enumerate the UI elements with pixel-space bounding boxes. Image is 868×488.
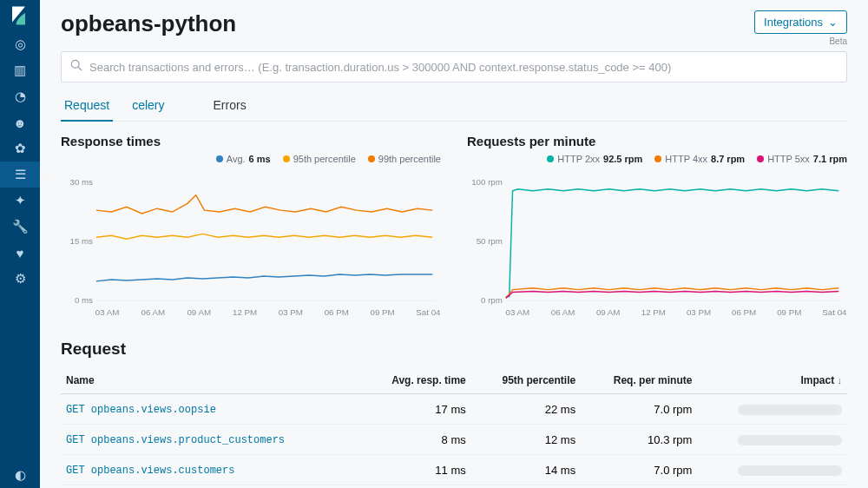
cell-avg: 17 ms	[360, 394, 471, 425]
svg-text:0 ms: 0 ms	[75, 295, 93, 305]
sidebar-item-collapse[interactable]: ◐	[0, 462, 40, 488]
chart-title: Requests per minute	[467, 134, 847, 148]
search-bar[interactable]	[61, 51, 847, 82]
bar-chart-icon: ▥	[14, 63, 26, 78]
sidebar: ◎ ▥ ◔ ☻ ✿ ☰ ✦ 🔧 ♥ ⚙ ◐	[0, 0, 40, 488]
th-p95[interactable]: 95th percentile	[471, 367, 581, 394]
transaction-link[interactable]: GET opbeans.views.customers	[66, 465, 234, 477]
tab-celery[interactable]: celery	[128, 91, 168, 121]
cell-rpm: 7.0 rpm	[581, 455, 697, 485]
section-title: Request	[61, 340, 847, 359]
sidebar-item-devtools[interactable]: ✿	[0, 135, 40, 162]
cell-impact	[697, 425, 847, 455]
pie-icon: ◔	[15, 89, 26, 104]
legend-item[interactable]: HTTP 4xx 8.7 rpm	[654, 154, 745, 164]
cell-rpm: 10.3 rpm	[581, 425, 697, 455]
chart-rpm: Requests per minute HTTP 2xx 92.5 rpm HT…	[467, 134, 847, 324]
search-icon	[70, 59, 82, 75]
svg-text:06 PM: 06 PM	[732, 307, 756, 317]
lines-icon: ☰	[15, 167, 26, 182]
cell-impact	[697, 455, 847, 485]
svg-text:30 ms: 30 ms	[70, 177, 94, 187]
svg-text:Sat 04: Sat 04	[416, 307, 441, 317]
integrations-button[interactable]: Integrations ⌄	[754, 10, 847, 34]
kibana-logo[interactable]	[0, 0, 40, 31]
integrations-label: Integrations	[764, 16, 823, 29]
sidebar-item-apm[interactable]: ☰	[0, 162, 40, 188]
svg-text:03 PM: 03 PM	[687, 307, 711, 317]
sidebar-item-management[interactable]: 🔧	[0, 214, 40, 240]
response-times-chart: 30 ms 15 ms 0 ms 03 AM06 AM09 AM12 PM03 …	[61, 168, 441, 324]
tab-errors[interactable]: Errors	[210, 91, 250, 121]
svg-text:06 AM: 06 AM	[551, 307, 575, 317]
sidebar-item-dashboard[interactable]: ◔	[0, 83, 40, 109]
cell-p95: 12 ms	[471, 425, 581, 455]
cell-rpm: 7.0 rpm	[581, 394, 697, 425]
svg-line-1	[78, 67, 82, 70]
th-rpm[interactable]: Req. per minute	[581, 367, 697, 394]
legend-dot-icon	[368, 155, 375, 162]
page-title: opbeans-python	[61, 10, 236, 37]
transaction-link[interactable]: GET opbeans.views.product_customers	[66, 434, 285, 446]
main-content: opbeans-python Integrations ⌄ Beta Reque…	[40, 0, 868, 488]
table-row: GET opbeans.views.oopsie 17 ms 22 ms 7.0…	[61, 394, 847, 425]
svg-text:50 rpm: 50 rpm	[477, 236, 503, 246]
cell-avg: 8 ms	[360, 425, 471, 455]
transaction-link[interactable]: GET opbeans.views.oopsie	[66, 404, 216, 416]
transactions-table: Name Avg. resp. time 95th percentile Req…	[61, 367, 847, 488]
sidebar-item-settings[interactable]: ⚙	[0, 266, 40, 292]
sidebar-item-discover[interactable]: ◎	[0, 31, 40, 57]
cell-rpm: 6.9 rpm	[581, 485, 697, 489]
legend-item[interactable]: HTTP 5xx 7.1 rpm	[757, 154, 847, 164]
search-input[interactable]	[89, 61, 838, 74]
th-avg[interactable]: Avg. resp. time	[360, 367, 471, 394]
chevron-down-icon: ⌄	[828, 16, 838, 29]
page-header: opbeans-python Integrations ⌄ Beta	[61, 10, 847, 46]
compass-icon: ◎	[15, 36, 26, 52]
legend-dot-icon	[283, 155, 290, 162]
chart-legend: Avg. 6 ms 95th percentile 99th percentil…	[61, 154, 441, 164]
legend-item[interactable]: 95th percentile	[283, 154, 356, 164]
cell-impact	[697, 485, 847, 489]
legend-item[interactable]: Avg. 6 ms	[216, 154, 271, 164]
svg-text:12 PM: 12 PM	[233, 307, 257, 317]
table-row: GET opbeans.views.product_customers 8 ms…	[61, 425, 847, 455]
sidebar-item-watcher[interactable]: ☻	[0, 109, 40, 135]
cell-impact	[697, 394, 847, 425]
legend-dot-icon	[547, 155, 554, 162]
legend-item[interactable]: HTTP 2xx 92.5 rpm	[547, 154, 642, 164]
svg-point-0	[71, 60, 79, 68]
sidebar-item-visualize[interactable]: ▥	[0, 57, 40, 83]
th-name[interactable]: Name	[61, 367, 360, 394]
svg-text:03 AM: 03 AM	[506, 307, 530, 317]
chart-title: Response times	[61, 134, 441, 148]
beta-label: Beta	[754, 36, 847, 46]
svg-text:06 AM: 06 AM	[141, 307, 166, 317]
sort-desc-icon: ↓	[838, 375, 843, 386]
sidebar-item-monitoring[interactable]: ♥	[0, 240, 40, 266]
legend-dot-icon	[757, 155, 764, 162]
svg-text:06 PM: 06 PM	[325, 307, 349, 317]
th-impact[interactable]: Impact ↓	[697, 367, 847, 394]
svg-text:15 ms: 15 ms	[70, 236, 94, 246]
table-row: GET opbeans.views.customers 11 ms 14 ms …	[61, 455, 847, 485]
cell-p95: 22 ms	[471, 394, 581, 425]
legend-item[interactable]: 99th percentile	[368, 154, 441, 164]
collapse-icon: ◐	[15, 467, 26, 483]
svg-text:03 AM: 03 AM	[95, 307, 120, 317]
svg-text:03 PM: 03 PM	[279, 307, 303, 317]
gear-alt-icon: ✿	[15, 141, 26, 156]
sidebar-item-ml[interactable]: ✦	[0, 188, 40, 214]
svg-text:Sat 04: Sat 04	[822, 307, 847, 317]
rpm-chart: 100 rpm 50 rpm 0 rpm 03 AM06 AM09 AM12 P…	[467, 168, 847, 324]
tab-request[interactable]: Request	[61, 91, 113, 121]
cell-p95: 14 ms	[471, 485, 581, 489]
svg-text:09 PM: 09 PM	[371, 307, 395, 317]
tabs: Request celery Errors	[61, 91, 847, 122]
chart-response-times: Response times Avg. 6 ms 95th percentile…	[61, 134, 441, 324]
svg-text:0 rpm: 0 rpm	[481, 295, 503, 305]
svg-text:09 PM: 09 PM	[777, 307, 801, 317]
legend-dot-icon	[216, 155, 223, 162]
svg-text:100 rpm: 100 rpm	[471, 177, 503, 187]
table-row: GET opbeans.views.orders 10 ms 14 ms 6.9…	[61, 485, 847, 489]
